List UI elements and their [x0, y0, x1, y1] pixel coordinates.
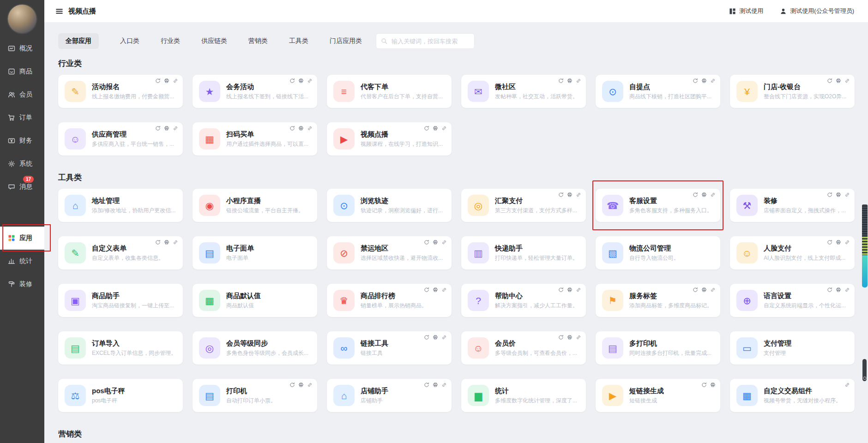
app-card[interactable]: ≡ 代客下单 代替客户在后台下单，支持自营...: [327, 75, 452, 108]
app-card[interactable]: ◎ 会员等级同步 多角色身份等级同步，会员成长...: [193, 331, 317, 365]
print-icon[interactable]: [164, 78, 169, 84]
refresh-icon[interactable]: [558, 335, 564, 340]
link-icon[interactable]: [710, 192, 716, 198]
refresh-icon[interactable]: [827, 239, 832, 245]
sidebar-item-message[interactable]: 消息 17: [0, 175, 44, 198]
refresh-icon[interactable]: [424, 382, 429, 388]
print-icon[interactable]: [567, 335, 573, 340]
refresh-icon[interactable]: [558, 78, 564, 84]
sidebar-item-overview[interactable]: 概况: [0, 37, 44, 60]
app-card[interactable]: ▭ 支付管理 支付管理: [730, 331, 855, 365]
app-card[interactable]: ☺ 供应商管理 多供应商入驻，平台统一销售，...: [58, 122, 183, 156]
workspace-switcher[interactable]: 测试使用: [729, 7, 763, 15]
refresh-icon[interactable]: [827, 287, 832, 293]
app-card[interactable]: ⚒ 装修 店铺界面自定义，拖拽式操作，...: [730, 189, 855, 222]
print-icon[interactable]: [433, 287, 438, 293]
app-card[interactable]: ▤ 电子面单 电子面单: [193, 236, 317, 269]
print-icon[interactable]: [164, 239, 169, 245]
refresh-icon[interactable]: [289, 382, 295, 388]
app-card[interactable]: ▤ 多打印机 同时连接多台打印机，批量完成...: [596, 331, 720, 365]
print-icon[interactable]: [836, 192, 841, 198]
refresh-icon[interactable]: [693, 192, 698, 198]
refresh-icon[interactable]: [289, 78, 295, 84]
link-icon[interactable]: [844, 287, 850, 293]
link-icon[interactable]: [307, 382, 313, 388]
print-icon[interactable]: [567, 287, 573, 293]
user-menu[interactable]: 测试使用(公众号管理员): [780, 7, 854, 15]
refresh-icon[interactable]: [289, 126, 295, 131]
refresh-icon[interactable]: [558, 192, 564, 198]
link-icon[interactable]: [173, 78, 178, 84]
app-card[interactable]: ⊙ 自提点 商品线下核销，打造社区团购平...: [596, 75, 720, 108]
app-card[interactable]: ▧ 物流公司管理 自行导入物流公司。: [596, 236, 720, 269]
sidebar-item-order[interactable]: 订单: [0, 106, 44, 129]
link-icon[interactable]: [576, 192, 581, 198]
refresh-icon[interactable]: [155, 126, 161, 131]
print-icon[interactable]: [433, 335, 438, 340]
hamburger-menu-icon[interactable]: [55, 7, 64, 15]
refresh-icon[interactable]: [424, 287, 429, 293]
print-icon[interactable]: [433, 126, 438, 131]
sidebar-item-deco[interactable]: 装修: [0, 273, 44, 296]
refresh-icon[interactable]: [693, 287, 698, 293]
link-icon[interactable]: [441, 239, 447, 245]
app-card[interactable]: ✎ 自定义表单 自定义表单，收集各类信息。: [58, 236, 183, 269]
print-icon[interactable]: [298, 78, 304, 84]
print-icon[interactable]: [701, 287, 707, 293]
print-icon[interactable]: [567, 192, 573, 198]
sidebar-item-member[interactable]: 会员: [0, 83, 44, 106]
app-card[interactable]: ✎ 活动报名 线上报名缴纳费用，付费金额营...: [58, 75, 183, 108]
tab-6[interactable]: 门店应用类: [330, 33, 362, 49]
tab-1[interactable]: 入口类: [120, 33, 139, 49]
app-card[interactable]: ☺ 会员价 多等级会员制，可查看会员价，...: [461, 331, 586, 365]
tab-2[interactable]: 行业类: [161, 33, 180, 49]
link-icon[interactable]: [173, 126, 178, 131]
app-card[interactable]: ▤ 订单导入 EXCEL导入订单信息，同步管理。: [58, 331, 183, 365]
refresh-icon[interactable]: [424, 335, 429, 340]
link-icon[interactable]: [576, 287, 581, 293]
link-icon[interactable]: [844, 78, 850, 84]
link-icon[interactable]: [441, 126, 447, 131]
app-card[interactable]: ? 帮助中心 解决方案指引，减少人工工作量。: [461, 284, 586, 317]
app-card[interactable]: ⌂ 店铺助手 店铺助手: [327, 379, 452, 412]
app-card[interactable]: ⚖ pos电子秤 pos电子秤: [58, 379, 183, 412]
print-icon[interactable]: [710, 382, 716, 388]
app-card[interactable]: ▦ 自定义交易组件 视频号带货，无缝对接小程序。: [730, 379, 855, 412]
print-icon[interactable]: [433, 239, 438, 245]
app-card[interactable]: ▦ 扫码买单 用户通过插件选择商品，可以直...: [193, 122, 317, 156]
app-card[interactable]: ☎ 客服设置 多角色客服支持，多种服务入口。: [596, 189, 720, 222]
search-input[interactable]: [391, 37, 470, 45]
print-icon[interactable]: [567, 78, 573, 84]
link-icon[interactable]: [710, 287, 716, 293]
sidebar-item-apps[interactable]: 应用: [0, 227, 44, 250]
refresh-icon[interactable]: [155, 239, 161, 245]
print-icon[interactable]: [836, 239, 841, 245]
tab-3[interactable]: 供应链类: [201, 33, 227, 49]
link-icon[interactable]: [173, 239, 178, 245]
print-icon[interactable]: [701, 192, 707, 198]
link-icon[interactable]: [710, 78, 716, 84]
app-card[interactable]: ★ 会务活动 线上报名线下签到，链接线下活...: [193, 75, 317, 108]
link-icon[interactable]: [844, 382, 850, 388]
refresh-icon[interactable]: [827, 78, 832, 84]
refresh-icon[interactable]: [155, 78, 161, 84]
app-card[interactable]: ◎ 汇聚支付 第三方支付渠道，支付方式多样...: [461, 189, 586, 222]
print-icon[interactable]: [298, 126, 304, 131]
app-card[interactable]: ⊙ 浏览轨迹 轨迹记录，洞察浏览偏好，进行...: [327, 189, 452, 222]
app-card[interactable]: ▆ 统计 多维度数字化统计管理，深度了...: [461, 379, 586, 412]
print-icon[interactable]: [298, 382, 304, 388]
link-icon[interactable]: [844, 239, 850, 245]
link-icon[interactable]: [576, 335, 581, 340]
print-icon[interactable]: [836, 287, 841, 293]
print-icon[interactable]: [701, 78, 707, 84]
refresh-icon[interactable]: [693, 78, 698, 84]
link-icon[interactable]: [307, 126, 313, 131]
avatar[interactable]: [8, 5, 36, 33]
link-icon[interactable]: [441, 335, 447, 340]
app-card[interactable]: ♛ 商品排行榜 销量榜单，展示热销商品。: [327, 284, 452, 317]
app-card[interactable]: ¥ 门店-收银台 整合线下门店资源，实现O2O异...: [730, 75, 855, 108]
print-icon[interactable]: [164, 126, 169, 131]
tab-4[interactable]: 营销类: [248, 33, 268, 49]
sidebar-item-goods[interactable]: 商品: [0, 60, 44, 83]
app-card[interactable]: ⚑ 服务标签 添加商品标签，多维度商品标记。: [596, 284, 720, 317]
